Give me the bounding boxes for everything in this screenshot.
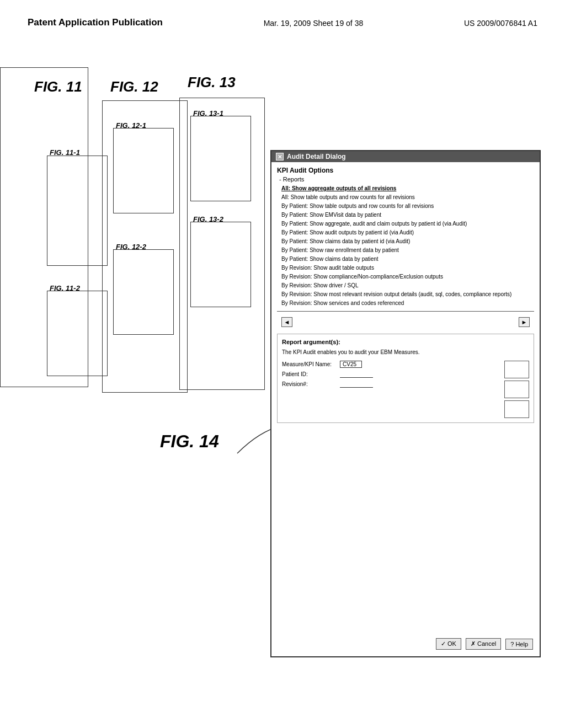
report-args-description: The KPI Audit enables you to audit your … xyxy=(282,349,529,356)
field-revision-row: Revision#: xyxy=(282,380,500,388)
nav-arrows: ◄ ► xyxy=(277,315,534,329)
fig13-2-label: FIG. 13-2 xyxy=(193,215,223,223)
field-measure-value: CV25 xyxy=(340,361,362,368)
report-args-content: Measure/KPI Name: CV25 Patient ID: Revis… xyxy=(282,361,529,418)
fig12-label: FIG. 12 xyxy=(110,78,158,95)
publication-date-sheet: Mar. 19, 2009 Sheet 19 of 38 xyxy=(264,17,364,28)
report-item[interactable]: By Revision: Show most relevant revision… xyxy=(280,290,534,299)
report-item[interactable]: By Revision: Show compliance/Non-complia… xyxy=(280,272,534,281)
fig14-label: FIG. 14 xyxy=(160,431,219,452)
fig13-1-label: FIG. 13-1 xyxy=(193,109,223,117)
small-boxes xyxy=(504,361,529,418)
ok-button[interactable]: ✓ OK xyxy=(436,638,461,650)
fig11-1-box xyxy=(47,156,108,266)
dialog-body: KPI Audit Options - Reports All: Show ag… xyxy=(271,162,540,427)
dialog-separator-1 xyxy=(277,311,534,312)
fig13-1-box xyxy=(190,116,251,201)
dialog-titlebar-area: ✕ Audit Detail Dialog xyxy=(271,151,540,162)
kpi-audit-section-title: KPI Audit Options xyxy=(277,167,534,174)
fig12-2-box xyxy=(113,249,174,335)
dialog-close-icon[interactable]: ✕ xyxy=(276,153,284,160)
report-item[interactable]: By Patient: Show audit outputs by patien… xyxy=(280,228,534,237)
report-item[interactable]: By Patient: Show aggregate, audit and cl… xyxy=(280,220,534,228)
fig12-1-box xyxy=(113,128,174,213)
report-fields: Measure/KPI Name: CV25 Patient ID: Revis… xyxy=(282,361,500,418)
report-item[interactable]: All: Show table outputs and row counts f… xyxy=(280,193,534,202)
report-item[interactable]: By Patient: Show raw enrollment data by … xyxy=(280,246,534,255)
dialog-box: ✕ Audit Detail Dialog KPI Audit Options … xyxy=(270,150,541,657)
reports-subsection-label: - Reports xyxy=(277,176,534,183)
fig11-1-label: FIG. 11-1 xyxy=(50,148,80,157)
main-content: FIG. 11 FIG. 11-1 FIG. 11-2 FIG. 12 FIG.… xyxy=(0,34,565,707)
report-items-list: All: Show aggregate outputs of all revis… xyxy=(277,184,534,308)
cancel-button[interactable]: ✗ Cancel xyxy=(466,638,501,650)
nav-left-button[interactable]: ◄ xyxy=(281,317,292,327)
page-header: Patent Application Publication Mar. 19, … xyxy=(0,0,565,34)
dialog-footer: ✓ OK ✗ Cancel ? Help xyxy=(436,638,533,650)
fig12-1-label: FIG. 12-1 xyxy=(116,121,146,130)
fig13-2-box xyxy=(190,222,251,307)
publication-number: US 2009/0076841 A1 xyxy=(464,17,537,28)
dialog-title: Audit Detail Dialog xyxy=(287,153,346,160)
report-item[interactable]: All: Show aggregate outputs of all revis… xyxy=(280,184,534,193)
fig11-2-label: FIG. 11-2 xyxy=(50,284,80,292)
field-revision-label: Revision#: xyxy=(282,381,340,387)
fig11-2-box xyxy=(47,291,108,376)
field-patient-label: Patient ID: xyxy=(282,371,340,377)
report-args-title: Report argument(s): xyxy=(282,339,529,345)
field-measure-row: Measure/KPI Name: CV25 xyxy=(282,361,500,368)
report-item[interactable]: By Revision: Show driver / SQL xyxy=(280,281,534,290)
report-item[interactable]: By Patient: Show table outputs and row c… xyxy=(280,202,534,211)
publication-title: Patent Application Publication xyxy=(28,17,163,29)
field-patient-row: Patient ID: xyxy=(282,370,500,378)
report-item[interactable]: By Revision: Show services and codes ref… xyxy=(280,299,534,308)
field-measure-label: Measure/KPI Name: xyxy=(282,361,340,367)
report-item[interactable]: By Patient: Show EMVisit data by patient xyxy=(280,211,534,220)
help-button[interactable]: ? Help xyxy=(505,639,533,650)
report-item[interactable]: By Patient: Show claims data by patient xyxy=(280,255,534,264)
small-box-1 xyxy=(504,361,529,378)
small-box-3 xyxy=(504,400,529,418)
report-item[interactable]: By Revision: Show audit table outputs xyxy=(280,264,534,272)
report-args-section: Report argument(s): The KPI Audit enable… xyxy=(277,334,534,423)
fig12-2-label: FIG. 12-2 xyxy=(116,243,146,251)
report-item[interactable]: By Patient: Show claims data by patient … xyxy=(280,237,534,246)
small-box-2 xyxy=(504,381,529,398)
field-revision-value[interactable] xyxy=(340,380,373,388)
nav-right-button[interactable]: ► xyxy=(519,317,530,327)
fig13-label: FIG. 13 xyxy=(188,74,236,91)
field-patient-value[interactable] xyxy=(340,370,373,378)
